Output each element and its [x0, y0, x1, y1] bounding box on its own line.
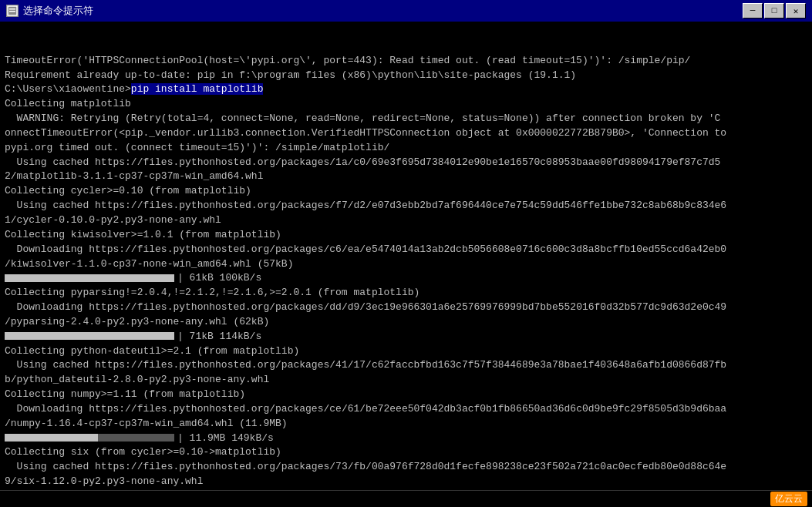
title-bar: 选择命令提示符 ─ □ ✕	[0, 0, 812, 22]
terminal-line: pypi.org timed out. (connect timeout=15)…	[5, 141, 807, 156]
terminal-line: Collecting pyparsing!=2.0.4,!=2.1.2,!=2.…	[5, 286, 807, 301]
terminal-line: Collecting kiwisolver>=1.0.1 (from matpl…	[5, 228, 807, 243]
terminal-line: Requirement already up-to-date: pip in f…	[5, 69, 807, 83]
progress-label: | 11.9MB 149kB/s	[177, 432, 274, 444]
maximize-button[interactable]: □	[764, 3, 784, 18]
terminal-line: /pyparsing-2.4.0-py2.py3-none-any.whl (6…	[5, 315, 807, 330]
terminal-line: 1/cycler-0.10.0-py2.py3-none-any.whl	[5, 213, 807, 228]
terminal-line: Collecting numpy>=1.11 (from matplotlib)	[5, 388, 807, 402]
terminal-line: Using cached https://files.pythonhosted.…	[5, 156, 807, 170]
terminal-line: /numpy-1.16.4-cp37-cp37m-win_amd64.whl (…	[5, 417, 807, 431]
svg-rect-2	[9, 11, 15, 12]
terminal-window: 选择命令提示符 ─ □ ✕ TimeoutError('HTTPSConnect…	[0, 0, 812, 507]
progress-bar	[5, 274, 174, 282]
terminal-line: Downloading https://files.pythonhosted.o…	[5, 243, 807, 257]
terminal-line: b/python_dateutil-2.8.0-py2.py3-none-any…	[5, 373, 807, 388]
close-button[interactable]: ✕	[786, 3, 806, 18]
terminal-line: /kiwisolver-1.1.0-cp37-none-win_amd64.wh…	[5, 257, 807, 272]
bottom-bar: 亿云云	[0, 490, 812, 507]
progress-bar	[5, 434, 174, 442]
terminal-line: TimeoutError('HTTPSConnectionPool(host=\…	[5, 54, 807, 69]
terminal-line: Collecting matplotlib	[5, 97, 807, 112]
terminal-line: Collecting python-dateutil>=2.1 (from ma…	[5, 344, 807, 359]
terminal-line: Using cached https://files.pythonhosted.…	[5, 460, 807, 475]
title-bar-controls: ─ □ ✕	[743, 3, 806, 18]
terminal-line: Using cached https://files.pythonhosted.…	[5, 199, 807, 213]
progress-bar	[5, 332, 174, 340]
terminal-line: Downloading https://files.pythonhosted.o…	[5, 301, 807, 315]
progress-label: | 61kB 100kB/s	[177, 272, 261, 284]
progress-bar-row: | 11.9MB 149kB/s	[5, 431, 807, 446]
yiyun-badge: 亿云云	[770, 492, 807, 506]
terminal-line: WARNING: Retrying (Retry(total=4, connec…	[5, 112, 807, 126]
terminal-line: Using cached https://files.pythonhosted.…	[5, 358, 807, 373]
terminal-line: onnectTimeoutError(<pip._vendor.urllib3.…	[5, 126, 807, 141]
terminal-output: TimeoutError('HTTPSConnectionPool(host=\…	[0, 22, 812, 490]
svg-rect-1	[9, 8, 15, 10]
title-bar-left: 选择命令提示符	[6, 4, 93, 18]
minimize-button[interactable]: ─	[743, 3, 763, 18]
terminal-line: C:\Users\xiaowentine>pip install matplot…	[5, 82, 807, 97]
window-icon	[6, 5, 19, 17]
progress-bar-row: | 61kB 100kB/s	[5, 271, 807, 286]
terminal-line: Collecting six (from cycler>=0.10->matpl…	[5, 445, 807, 460]
progress-bar-row: | 71kB 114kB/s	[5, 330, 807, 344]
terminal-line: 2/matplotlib-3.1.1-cp37-cp37m-win_amd64.…	[5, 170, 807, 184]
window-title: 选择命令提示符	[23, 4, 93, 18]
progress-label: | 71kB 114kB/s	[177, 331, 261, 342]
terminal-line: Downloading https://files.pythonhosted.o…	[5, 402, 807, 417]
terminal-line: Collecting cycler>=0.10 (from matplotlib…	[5, 184, 807, 199]
terminal-line: 9/six-1.12.0-py2.py3-none-any.whl	[5, 475, 807, 489]
